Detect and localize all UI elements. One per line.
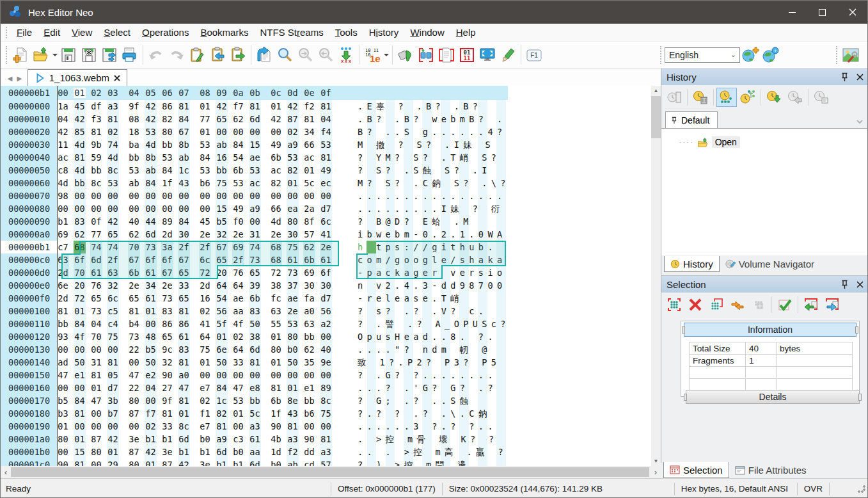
scroll-up-icon[interactable]: ▲ <box>651 86 661 95</box>
horizontal-scroll-thumb[interactable] <box>11 467 649 477</box>
minimize-button[interactable] <box>777 1 807 24</box>
hex-byte-cell[interactable]: 47 <box>57 369 69 382</box>
hex-byte-cell[interactable]: 81 <box>74 407 86 420</box>
hex-byte-cell[interactable]: 6c <box>107 292 119 305</box>
hex-byte-cell[interactable]: 82 <box>287 164 299 177</box>
ansi-text[interactable]: .E辜 ? .B? .B? <box>358 100 510 113</box>
hex-byte-cell[interactable]: 42 <box>74 113 86 125</box>
hex-byte-cell[interactable]: 4d <box>74 138 86 151</box>
hex-byte-cell[interactable]: 00 <box>320 330 332 343</box>
hex-byte-cell[interactable]: 37 <box>287 279 299 292</box>
menu-help[interactable]: Help <box>450 25 482 40</box>
hex-byte-cell[interactable]: 75 <box>320 407 332 420</box>
hex-byte-cell[interactable]: 81 <box>178 394 190 407</box>
hex-byte-cell[interactable]: ab <box>178 151 190 164</box>
menu-view[interactable]: View <box>66 25 98 40</box>
hex-byte-cell[interactable]: 41 <box>199 317 211 330</box>
hex-byte-cell[interactable]: 45 <box>199 215 211 228</box>
hex-byte-cell[interactable]: 81 <box>216 420 228 433</box>
hex-byte-cell[interactable]: fa <box>303 292 315 305</box>
hex-byte-cell[interactable]: 32 <box>216 228 228 241</box>
hex-byte-cell[interactable]: 53 <box>128 164 140 177</box>
ansi-text[interactable]: com/google/shaka <box>358 253 510 266</box>
hex-byte-cell[interactable]: 84 <box>199 151 211 164</box>
hex-byte-cell[interactable]: 47 <box>128 369 140 382</box>
hex-byte-cell[interactable]: bb <box>249 394 261 407</box>
hex-byte-cell[interactable]: 9f <box>161 394 173 407</box>
load-selection-button[interactable] <box>801 295 821 314</box>
hex-byte-cell[interactable]: 00 <box>232 420 244 433</box>
hex-byte-cell[interactable]: 6d <box>249 343 261 356</box>
hex-byte-cell[interactable]: 73 <box>90 305 102 317</box>
hex-byte-cell[interactable]: 00 <box>74 202 86 215</box>
hex-byte-cell[interactable]: a9 <box>287 138 299 151</box>
pin-icon[interactable] <box>840 72 849 82</box>
hex-byte-cell[interactable]: f7 <box>232 100 244 113</box>
hex-byte-cell[interactable]: 5c <box>303 177 315 189</box>
panel-close-icon[interactable] <box>856 74 864 81</box>
hex-byte-cell[interactable]: 81 <box>74 151 86 164</box>
hex-byte-cell[interactable]: 30 <box>320 279 332 292</box>
hex-byte-cell[interactable]: 74 <box>90 241 102 253</box>
menu-edit[interactable]: Edit <box>38 25 66 40</box>
hex-byte-cell[interactable]: 48 <box>145 330 157 343</box>
clear-history-button[interactable] <box>690 88 711 107</box>
hex-byte-cell[interactable]: c7 <box>57 241 69 253</box>
hex-byte-cell[interactable]: e1 <box>74 369 86 382</box>
menu-select[interactable]: Select <box>98 25 136 40</box>
hex-byte-cell[interactable]: 30 <box>303 279 315 292</box>
hex-byte-cell[interactable]: f7 <box>145 407 157 420</box>
toolbar-grip[interactable] <box>6 46 7 64</box>
hex-byte-cell[interactable]: 2f <box>232 253 244 266</box>
menu-history[interactable]: History <box>363 25 405 40</box>
hex-byte-cell[interactable]: f4 <box>320 125 332 138</box>
hex-byte-cell[interactable]: b0 <box>270 458 282 466</box>
hex-byte-cell[interactable]: 11 <box>57 138 69 151</box>
ansi-text[interactable]: B? ..S g......4? <box>358 125 510 138</box>
hex-byte-cell[interactable]: c5 <box>107 305 119 317</box>
information-header[interactable]: Information <box>684 323 856 337</box>
hex-byte-cell[interactable]: 00 <box>107 343 119 356</box>
hex-byte-cell[interactable]: 01 <box>232 407 244 420</box>
hex-byte-cell[interactable]: 55 <box>270 317 282 330</box>
hex-byte-cell[interactable]: d7 <box>320 202 332 215</box>
hex-byte-cell[interactable]: ab <box>128 177 140 189</box>
hex-byte-cell[interactable]: 3b <box>107 394 119 407</box>
hex-byte-cell[interactable]: e2 <box>145 369 157 382</box>
hex-byte-cell[interactable]: 00 <box>57 382 69 394</box>
hex-byte-cell[interactable]: 4d <box>57 177 69 189</box>
hex-byte-cell[interactable]: 76 <box>232 266 244 279</box>
hex-byte-cell[interactable]: 83 <box>74 215 86 228</box>
hex-byte-cell[interactable]: 3a <box>161 241 173 253</box>
hex-byte-cell[interactable]: 9f <box>128 100 140 113</box>
hex-byte-cell[interactable]: 65 <box>178 266 190 279</box>
hex-byte-cell[interactable]: ae <box>249 151 261 164</box>
hex-byte-cell[interactable]: 1c <box>178 164 190 177</box>
hex-byte-cell[interactable]: 00 <box>161 189 173 202</box>
hex-byte-cell[interactable]: 8b <box>178 138 190 151</box>
hex-byte-cell[interactable]: 00 <box>249 369 261 382</box>
hex-byte-cell[interactable]: 6e <box>57 279 69 292</box>
swap-selection-button[interactable] <box>727 295 748 314</box>
hex-byte-cell[interactable]: 42 <box>107 433 119 446</box>
hex-byte-cell[interactable]: 38 <box>249 330 261 343</box>
hex-byte-cell[interactable]: 75 <box>107 330 119 343</box>
find-next-button[interactable] <box>295 44 315 66</box>
ansi-text[interactable]: -packager versio <box>358 266 510 279</box>
hex-byte-cell[interactable]: 72 <box>199 266 211 279</box>
hex-byte-cell[interactable]: 64 <box>199 330 211 343</box>
hex-byte-cell[interactable]: 08 <box>128 113 140 125</box>
hex-byte-cell[interactable]: 1c <box>216 394 228 407</box>
hex-byte-cell[interactable]: 00 <box>178 202 190 215</box>
ansi-text[interactable]: -release.T峭 <box>358 292 510 305</box>
hex-byte-cell[interactable]: 68 <box>270 253 282 266</box>
show-history-button[interactable] <box>716 88 737 107</box>
hex-byte-cell[interactable]: 84 <box>232 138 244 151</box>
hex-byte-cell[interactable]: 84 <box>74 394 86 407</box>
tab-selection[interactable]: Selection <box>663 462 729 478</box>
hex-byte-cell[interactable]: d7 <box>320 292 332 305</box>
hex-byte-cell[interactable]: 86 <box>178 317 190 330</box>
hex-byte-cell[interactable]: 63 <box>57 253 69 266</box>
save-all-button[interactable] <box>79 44 99 66</box>
hex-byte-cell[interactable]: 53 <box>232 177 244 189</box>
